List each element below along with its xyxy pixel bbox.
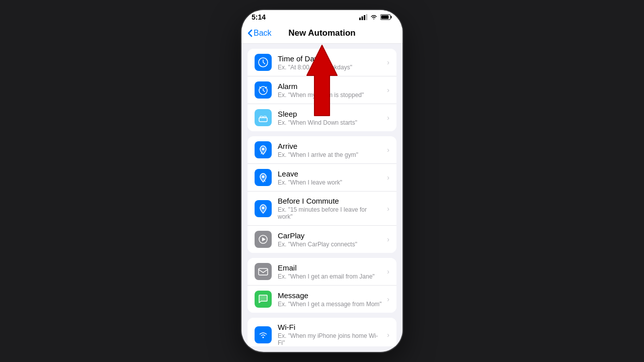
svg-point-14 xyxy=(262,175,265,178)
location-section: Arrive Ex. "When I arrive at the gym" › … xyxy=(248,136,396,253)
leave-text: Leave Ex. "When I leave work" xyxy=(278,169,383,186)
sleep-subtitle: Ex. "When Wind Down starts" xyxy=(278,119,383,126)
signal-icon xyxy=(359,14,367,20)
status-time: 5:14 xyxy=(252,13,266,21)
list-item-sleep[interactable]: Sleep Ex. "When Wind Down starts" › xyxy=(248,104,396,131)
email-subtitle: Ex. "When I get an email from Jane" xyxy=(278,273,383,280)
svg-point-19 xyxy=(263,336,264,338)
phone-frame: 5:14 xyxy=(242,10,403,352)
email-chevron: › xyxy=(387,267,389,276)
wifi-chevron: › xyxy=(387,331,389,339)
leave-chevron: › xyxy=(387,173,389,182)
list-item-wifi[interactable]: Wi-Fi Ex. "When my iPhone joins home Wi-… xyxy=(248,318,396,346)
list-item-arrive[interactable]: Arrive Ex. "When I arrive at the gym" › xyxy=(248,136,396,164)
status-bar: 5:14 xyxy=(242,10,403,24)
carplay-icon-bg xyxy=(255,231,272,248)
svg-rect-5 xyxy=(391,16,392,19)
back-chevron-icon xyxy=(248,29,253,37)
list-item-alarm[interactable]: Alarm Ex. "When my alarm is stopped" › xyxy=(248,76,396,104)
carplay-title: CarPlay xyxy=(278,231,383,240)
sleep-chevron: › xyxy=(387,114,389,122)
arrive-subtitle: Ex. "When I arrive at the gym" xyxy=(278,151,383,158)
content-scroll[interactable]: Time of Day Ex. "At 8:00 AM, weekdays" › xyxy=(242,44,403,346)
arrive-icon xyxy=(255,141,272,158)
nav-title: New Automation xyxy=(288,28,355,38)
carplay-text: CarPlay Ex. "When CarPlay connects" xyxy=(278,231,383,248)
message-icon-bg xyxy=(255,291,272,308)
svg-rect-6 xyxy=(381,16,389,19)
svg-rect-0 xyxy=(359,18,361,20)
status-icons xyxy=(359,14,392,20)
leave-subtitle: Ex. "When I leave work" xyxy=(278,179,383,186)
svg-rect-18 xyxy=(259,268,268,275)
leave-title: Leave xyxy=(278,169,383,178)
carplay-subtitle: Ex. "When CarPlay connects" xyxy=(278,241,383,248)
alarm-text: Alarm Ex. "When my alarm is stopped" xyxy=(278,82,383,99)
message-title: Message xyxy=(278,291,383,300)
svg-point-15 xyxy=(262,207,265,209)
back-label: Back xyxy=(254,29,272,38)
time-of-day-text: Time of Day Ex. "At 8:00 AM, weekdays" xyxy=(278,54,383,71)
svg-rect-10 xyxy=(259,118,267,122)
email-title: Email xyxy=(278,263,383,272)
alarm-chevron: › xyxy=(387,86,389,94)
svg-rect-1 xyxy=(362,17,363,21)
list-item-email[interactable]: Email Ex. "When I get an email from Jane… xyxy=(248,258,396,286)
time-of-day-chevron: › xyxy=(387,58,389,66)
wifi-text: Wi-Fi Ex. "When my iPhone joins home Wi-… xyxy=(278,323,383,346)
commute-title: Before I Commute xyxy=(278,197,383,205)
connectivity-section: Wi-Fi Ex. "When my iPhone joins home Wi-… xyxy=(248,318,396,346)
time-of-day-icon xyxy=(255,54,272,71)
arrive-chevron: › xyxy=(387,146,389,154)
commute-chevron: › xyxy=(387,205,389,213)
back-button[interactable]: Back xyxy=(248,29,272,38)
sleep-icon xyxy=(255,109,272,126)
wifi-status-icon xyxy=(370,14,378,20)
wifi-subtitle: Ex. "When my iPhone joins home Wi-Fi" xyxy=(278,332,383,346)
list-item-message[interactable]: Message Ex. "When I get a message from M… xyxy=(248,286,396,313)
svg-marker-17 xyxy=(262,237,266,241)
message-subtitle: Ex. "When I get a message from Mom" xyxy=(278,301,383,308)
svg-rect-11 xyxy=(260,116,263,118)
email-icon-bg xyxy=(255,263,272,280)
sleep-title: Sleep xyxy=(278,110,383,118)
list-item-commute[interactable]: Before I Commute Ex. "15 minutes before … xyxy=(248,192,396,226)
svg-point-13 xyxy=(262,148,265,150)
communication-section: Email Ex. "When I get an email from Jane… xyxy=(248,258,396,313)
list-item-time-of-day[interactable]: Time of Day Ex. "At 8:00 AM, weekdays" › xyxy=(248,49,396,76)
commute-subtitle: Ex. "15 minutes before I leave for work" xyxy=(278,206,383,220)
commute-icon xyxy=(255,200,272,217)
svg-rect-12 xyxy=(264,116,266,118)
time-section: Time of Day Ex. "At 8:00 AM, weekdays" › xyxy=(248,49,396,131)
wifi-icon-bg xyxy=(255,326,272,343)
svg-rect-2 xyxy=(364,15,365,20)
time-of-day-title: Time of Day xyxy=(278,54,383,63)
alarm-title: Alarm xyxy=(278,82,383,90)
alarm-subtitle: Ex. "When my alarm is stopped" xyxy=(278,92,383,99)
wifi-title: Wi-Fi xyxy=(278,323,383,331)
svg-rect-3 xyxy=(366,14,368,20)
message-chevron: › xyxy=(387,295,389,303)
nav-bar: Back New Automation xyxy=(242,24,403,44)
arrive-title: Arrive xyxy=(278,142,383,150)
arrive-text: Arrive Ex. "When I arrive at the gym" xyxy=(278,142,383,158)
sleep-text: Sleep Ex. "When Wind Down starts" xyxy=(278,110,383,126)
message-text: Message Ex. "When I get a message from M… xyxy=(278,291,383,308)
leave-icon xyxy=(255,169,272,186)
list-item-leave[interactable]: Leave Ex. "When I leave work" › xyxy=(248,164,396,192)
battery-icon xyxy=(380,14,392,20)
time-of-day-subtitle: Ex. "At 8:00 AM, weekdays" xyxy=(278,64,383,71)
alarm-icon xyxy=(255,81,272,99)
carplay-chevron: › xyxy=(387,235,389,243)
list-item-carplay[interactable]: CarPlay Ex. "When CarPlay connects" › xyxy=(248,226,396,253)
email-text: Email Ex. "When I get an email from Jane… xyxy=(278,263,383,280)
commute-text: Before I Commute Ex. "15 minutes before … xyxy=(278,197,383,220)
